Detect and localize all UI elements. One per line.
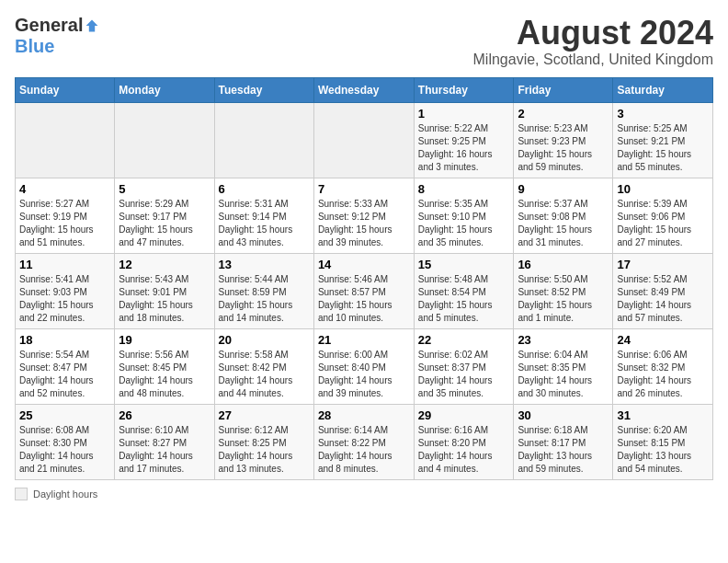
day-cell: 21Sunrise: 6:00 AM Sunset: 8:40 PM Dayli… <box>313 328 414 404</box>
day-cell: 29Sunrise: 6:16 AM Sunset: 8:20 PM Dayli… <box>414 404 514 479</box>
logo-blue: Blue <box>15 36 54 57</box>
day-number: 25 <box>19 408 110 422</box>
day-cell: 22Sunrise: 6:02 AM Sunset: 8:37 PM Dayli… <box>414 328 514 404</box>
day-number: 1 <box>418 107 510 121</box>
day-info: Sunrise: 5:29 AM Sunset: 9:17 PM Dayligh… <box>119 198 210 249</box>
day-cell: 16Sunrise: 5:50 AM Sunset: 8:52 PM Dayli… <box>514 253 613 328</box>
day-number: 22 <box>418 333 510 347</box>
calendar-table: Sunday Monday Tuesday Wednesday Thursday… <box>15 77 713 480</box>
day-cell: 14Sunrise: 5:46 AM Sunset: 8:57 PM Dayli… <box>313 253 414 328</box>
footer-note: Daylight hours <box>15 488 713 500</box>
day-info: Sunrise: 5:48 AM Sunset: 8:54 PM Dayligh… <box>418 273 510 325</box>
day-number: 15 <box>418 258 510 271</box>
day-number: 28 <box>318 408 410 422</box>
day-number: 10 <box>617 182 709 196</box>
day-number: 20 <box>219 333 310 347</box>
day-cell: 24Sunrise: 6:06 AM Sunset: 8:32 PM Dayli… <box>613 328 713 404</box>
col-sunday: Sunday <box>16 77 115 102</box>
day-cell: 18Sunrise: 5:54 AM Sunset: 8:47 PM Dayli… <box>16 328 115 404</box>
day-cell: 20Sunrise: 5:58 AM Sunset: 8:42 PM Dayli… <box>214 328 313 404</box>
day-info: Sunrise: 6:18 AM Sunset: 8:17 PM Dayligh… <box>518 424 609 476</box>
col-wednesday: Wednesday <box>313 77 414 102</box>
day-number: 5 <box>119 182 210 196</box>
day-info: Sunrise: 5:25 AM Sunset: 9:21 PM Dayligh… <box>617 122 709 174</box>
logo: General Blue <box>15 15 99 57</box>
day-cell <box>313 102 414 178</box>
day-info: Sunrise: 5:50 AM Sunset: 8:52 PM Dayligh… <box>518 273 609 325</box>
day-cell: 25Sunrise: 6:08 AM Sunset: 8:30 PM Dayli… <box>16 404 115 479</box>
week-row-2: 4Sunrise: 5:27 AM Sunset: 9:19 PM Daylig… <box>16 178 713 253</box>
week-row-4: 18Sunrise: 5:54 AM Sunset: 8:47 PM Dayli… <box>16 328 713 404</box>
day-cell: 10Sunrise: 5:39 AM Sunset: 9:06 PM Dayli… <box>613 178 713 253</box>
col-saturday: Saturday <box>613 77 713 102</box>
day-info: Sunrise: 6:10 AM Sunset: 8:27 PM Dayligh… <box>119 424 210 476</box>
day-cell: 1Sunrise: 5:22 AM Sunset: 9:25 PM Daylig… <box>414 102 514 178</box>
day-number: 24 <box>617 333 709 347</box>
day-number: 17 <box>617 258 709 271</box>
day-info: Sunrise: 5:44 AM Sunset: 8:59 PM Dayligh… <box>219 273 310 325</box>
day-number: 29 <box>418 408 510 422</box>
day-info: Sunrise: 5:27 AM Sunset: 9:19 PM Dayligh… <box>19 198 110 249</box>
day-number: 6 <box>219 182 310 196</box>
day-number: 2 <box>518 107 609 121</box>
day-info: Sunrise: 6:16 AM Sunset: 8:20 PM Dayligh… <box>418 424 510 476</box>
day-number: 16 <box>518 258 609 271</box>
calendar-header: Sunday Monday Tuesday Wednesday Thursday… <box>16 77 713 102</box>
day-cell <box>214 102 313 178</box>
title-area: August 2024 Milngavie, Scotland, United … <box>473 15 713 68</box>
day-number: 12 <box>119 258 210 271</box>
day-cell: 30Sunrise: 6:18 AM Sunset: 8:17 PM Dayli… <box>514 404 613 479</box>
day-info: Sunrise: 5:39 AM Sunset: 9:06 PM Dayligh… <box>617 198 709 249</box>
day-number: 7 <box>318 182 410 196</box>
day-info: Sunrise: 6:20 AM Sunset: 8:15 PM Dayligh… <box>617 424 709 476</box>
day-number: 31 <box>617 408 709 422</box>
week-row-3: 11Sunrise: 5:41 AM Sunset: 9:03 PM Dayli… <box>16 253 713 328</box>
day-number: 26 <box>119 408 210 422</box>
daylight-label: Daylight hours <box>33 488 97 500</box>
day-cell: 12Sunrise: 5:43 AM Sunset: 9:01 PM Dayli… <box>115 253 214 328</box>
page-subtitle: Milngavie, Scotland, United Kingdom <box>473 52 713 68</box>
svg-marker-0 <box>86 19 98 31</box>
col-thursday: Thursday <box>414 77 514 102</box>
day-info: Sunrise: 5:33 AM Sunset: 9:12 PM Dayligh… <box>318 198 410 249</box>
day-cell: 8Sunrise: 5:35 AM Sunset: 9:10 PM Daylig… <box>414 178 514 253</box>
day-number: 14 <box>318 258 410 271</box>
day-info: Sunrise: 5:56 AM Sunset: 8:45 PM Dayligh… <box>119 349 210 400</box>
day-cell: 17Sunrise: 5:52 AM Sunset: 8:49 PM Dayli… <box>613 253 713 328</box>
day-number: 13 <box>219 258 310 271</box>
daylight-box-icon <box>15 488 28 500</box>
day-info: Sunrise: 5:58 AM Sunset: 8:42 PM Dayligh… <box>219 349 310 400</box>
day-info: Sunrise: 6:14 AM Sunset: 8:22 PM Dayligh… <box>318 424 410 476</box>
col-tuesday: Tuesday <box>214 77 313 102</box>
header-row: Sunday Monday Tuesday Wednesday Thursday… <box>16 77 713 102</box>
logo-icon <box>85 18 99 33</box>
day-number: 9 <box>518 182 609 196</box>
day-cell: 15Sunrise: 5:48 AM Sunset: 8:54 PM Dayli… <box>414 253 514 328</box>
day-info: Sunrise: 5:52 AM Sunset: 8:49 PM Dayligh… <box>617 273 709 325</box>
day-number: 11 <box>19 258 110 271</box>
day-info: Sunrise: 5:22 AM Sunset: 9:25 PM Dayligh… <box>418 122 510 174</box>
day-number: 27 <box>219 408 310 422</box>
calendar-body: 1Sunrise: 5:22 AM Sunset: 9:25 PM Daylig… <box>16 102 713 479</box>
col-monday: Monday <box>115 77 214 102</box>
day-cell: 26Sunrise: 6:10 AM Sunset: 8:27 PM Dayli… <box>115 404 214 479</box>
day-info: Sunrise: 6:08 AM Sunset: 8:30 PM Dayligh… <box>19 424 110 476</box>
day-cell <box>16 102 115 178</box>
day-cell: 5Sunrise: 5:29 AM Sunset: 9:17 PM Daylig… <box>115 178 214 253</box>
day-cell: 7Sunrise: 5:33 AM Sunset: 9:12 PM Daylig… <box>313 178 414 253</box>
day-info: Sunrise: 5:54 AM Sunset: 8:47 PM Dayligh… <box>19 349 110 400</box>
day-cell: 23Sunrise: 6:04 AM Sunset: 8:35 PM Dayli… <box>514 328 613 404</box>
day-cell: 31Sunrise: 6:20 AM Sunset: 8:15 PM Dayli… <box>613 404 713 479</box>
day-number: 19 <box>119 333 210 347</box>
day-number: 8 <box>418 182 510 196</box>
day-cell: 3Sunrise: 5:25 AM Sunset: 9:21 PM Daylig… <box>613 102 713 178</box>
day-number: 4 <box>19 182 110 196</box>
day-cell: 27Sunrise: 6:12 AM Sunset: 8:25 PM Dayli… <box>214 404 313 479</box>
day-info: Sunrise: 6:12 AM Sunset: 8:25 PM Dayligh… <box>219 424 310 476</box>
col-friday: Friday <box>514 77 613 102</box>
day-number: 3 <box>617 107 709 121</box>
day-info: Sunrise: 5:37 AM Sunset: 9:08 PM Dayligh… <box>518 198 609 249</box>
day-cell: 11Sunrise: 5:41 AM Sunset: 9:03 PM Dayli… <box>16 253 115 328</box>
day-info: Sunrise: 6:00 AM Sunset: 8:40 PM Dayligh… <box>318 349 410 400</box>
day-cell: 4Sunrise: 5:27 AM Sunset: 9:19 PM Daylig… <box>16 178 115 253</box>
